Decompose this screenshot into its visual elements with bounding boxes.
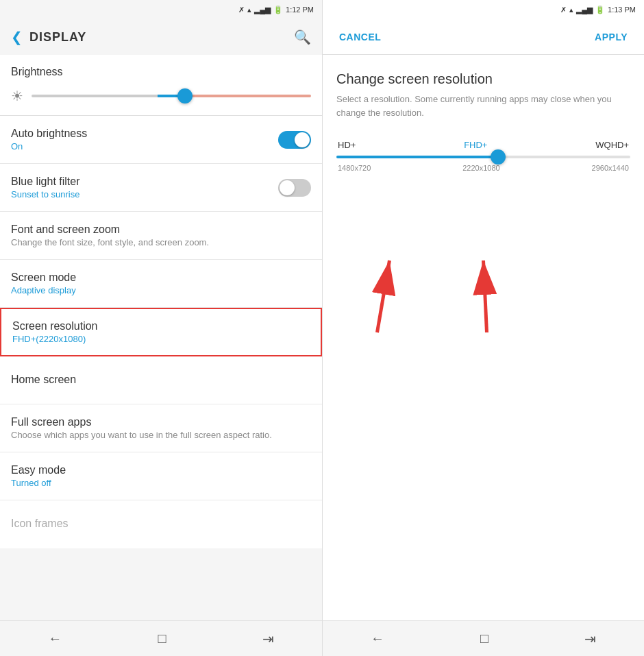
right-bluetooth-icon: ✗ — [560, 5, 567, 14]
settings-item-home-screen-text: Home screen — [11, 374, 311, 387]
settings-item-screen-resolution-text: Screen resolution FHD+(2220x1080) — [12, 320, 310, 344]
right-bottom-nav: ← □ ⇥ — [323, 620, 644, 656]
back-button[interactable]: ❮ — [11, 29, 23, 45]
right-panel: ✗ ▴ ▂▄▆ 🔋 1:13 PM CANCEL APPLY Change sc… — [322, 0, 644, 656]
home-nav-icon[interactable]: □ — [158, 631, 166, 646]
right-back-nav-icon[interactable]: ← — [371, 631, 384, 646]
left-status-icons: ✗ ▴ ▂▄▆ 🔋 1:12 PM — [238, 5, 314, 14]
resolution-track-fill — [336, 156, 498, 158]
fhd-plus-label: FHD+ — [464, 140, 487, 150]
right-battery-icon: 🔋 — [595, 5, 605, 14]
settings-item-auto-brightness[interactable]: Auto brightness On — [0, 116, 322, 164]
settings-item-screen-resolution[interactable]: Screen resolution FHD+(2220x1080) — [0, 308, 322, 356]
settings-list: Auto brightness On Blue light filter Sun… — [0, 116, 322, 620]
recent-nav-icon[interactable]: ⇥ — [262, 631, 274, 647]
settings-item-easy-mode[interactable]: Easy mode Turned off — [0, 452, 322, 500]
auto-brightness-title: Auto brightness — [11, 127, 278, 140]
right-status-icons: ✗ ▴ ▂▄▆ 🔋 1:13 PM — [560, 5, 636, 14]
left-panel: ✗ ▴ ▂▄▆ 🔋 1:12 PM ❮ DISPLAY 🔍 Brightness… — [0, 0, 322, 656]
back-nav-icon[interactable]: ← — [48, 631, 62, 646]
settings-item-home-screen[interactable]: Home screen — [0, 356, 322, 404]
font-zoom-title: Font and screen zoom — [11, 223, 311, 236]
left-top-bar: ❮ DISPLAY 🔍 — [0, 19, 322, 55]
resolution-value-fhd: 2220x1080 — [462, 164, 499, 172]
right-wifi-icon: ▴ — [569, 5, 573, 14]
sun-icon: ☀ — [11, 88, 23, 104]
arrows-annotation — [323, 182, 644, 353]
icon-frames-title: Icon frames — [11, 518, 311, 530]
resolution-value-hd: 1480x720 — [338, 164, 371, 172]
home-screen-title: Home screen — [11, 374, 311, 386]
right-top-bar: CANCEL APPLY — [323, 19, 644, 55]
right-status-bar: ✗ ▴ ▂▄▆ 🔋 1:13 PM — [323, 0, 644, 19]
auto-brightness-toggle[interactable] — [278, 131, 311, 149]
resolution-labels: HD+ FHD+ WQHD+ — [336, 140, 630, 150]
search-icon[interactable]: 🔍 — [294, 29, 311, 45]
page-title: DISPLAY — [29, 30, 86, 45]
font-zoom-desc: Change the font size, font style, and sc… — [11, 237, 311, 247]
easy-mode-title: Easy mode — [11, 464, 311, 476]
cancel-button[interactable]: CANCEL — [339, 32, 381, 42]
screen-resolution-title: Screen resolution — [12, 320, 310, 332]
right-time: 1:13 PM — [608, 5, 636, 14]
right-signal-icon: ▂▄▆ — [576, 5, 593, 14]
svg-line-2 — [377, 260, 390, 332]
toggle-thumb-2 — [280, 180, 295, 195]
settings-item-blue-light-text: Blue light filter Sunset to sunrise — [11, 175, 278, 199]
settings-item-easy-mode-text: Easy mode Turned off — [11, 464, 311, 488]
toggle-thumb — [295, 132, 310, 147]
full-screen-apps-title: Full screen apps — [11, 416, 311, 428]
screen-mode-title: Screen mode — [11, 271, 311, 284]
settings-item-auto-brightness-text: Auto brightness On — [11, 127, 278, 151]
svg-line-3 — [484, 260, 487, 332]
change-screen-resolution-desc: Select a resolution. Some currently runn… — [336, 93, 630, 119]
settings-item-font-zoom-text: Font and screen zoom Change the font siz… — [11, 223, 311, 247]
right-content: Change screen resolution Select a resolu… — [323, 55, 644, 620]
right-home-nav-icon[interactable]: □ — [480, 631, 488, 646]
auto-brightness-subtitle: On — [11, 141, 278, 151]
blue-light-filter-toggle[interactable] — [278, 179, 311, 197]
resolution-values: 1480x720 2220x1080 2960x1440 — [336, 164, 630, 172]
settings-item-icon-frames-text: Icon frames — [11, 518, 311, 531]
settings-item-icon-frames[interactable]: Icon frames — [0, 500, 322, 548]
resolution-thumb[interactable] — [491, 149, 506, 165]
blue-light-filter-subtitle: Sunset to sunrise — [11, 189, 278, 199]
resolution-slider-container[interactable] — [336, 156, 630, 158]
settings-item-full-screen-apps[interactable]: Full screen apps Choose which apps you w… — [0, 404, 322, 452]
wqhd-plus-label: WQHD+ — [595, 140, 629, 150]
wifi-icon: ▴ — [247, 5, 251, 14]
top-bar-left: ❮ DISPLAY — [11, 29, 86, 45]
brightness-slider-row: ☀ — [11, 88, 311, 104]
signal-icon: ▂▄▆ — [254, 5, 271, 14]
blue-light-filter-title: Blue light filter — [11, 175, 278, 188]
brightness-section: Brightness ☀ — [0, 55, 322, 116]
apply-button[interactable]: APPLY — [595, 32, 628, 42]
brightness-thumb[interactable] — [177, 88, 193, 104]
settings-item-full-screen-apps-text: Full screen apps Choose which apps you w… — [11, 416, 311, 440]
brightness-slider[interactable] — [32, 95, 311, 97]
settings-item-font-zoom[interactable]: Font and screen zoom Change the font siz… — [0, 212, 322, 260]
left-time: 1:12 PM — [286, 5, 314, 14]
change-screen-resolution-title: Change screen resolution — [336, 71, 630, 87]
screen-resolution-subtitle: FHD+(2220x1080) — [12, 334, 310, 344]
hd-plus-label: HD+ — [338, 140, 356, 150]
easy-mode-subtitle: Turned off — [11, 478, 311, 488]
bluetooth-icon: ✗ — [238, 5, 245, 14]
battery-icon: 🔋 — [273, 5, 283, 14]
screen-mode-subtitle: Adaptive display — [11, 285, 311, 295]
settings-item-screen-mode[interactable]: Screen mode Adaptive display — [0, 260, 322, 308]
resolution-track — [336, 156, 630, 158]
settings-item-screen-mode-text: Screen mode Adaptive display — [11, 271, 311, 295]
left-status-bar: ✗ ▴ ▂▄▆ 🔋 1:12 PM — [0, 0, 322, 19]
resolution-value-wqhd: 2960x1440 — [592, 164, 629, 172]
right-recent-nav-icon[interactable]: ⇥ — [584, 631, 596, 647]
full-screen-apps-desc: Choose which apps you want to use in the… — [11, 430, 311, 440]
settings-item-blue-light-filter[interactable]: Blue light filter Sunset to sunrise — [0, 164, 322, 212]
brightness-label: Brightness — [11, 66, 311, 78]
left-bottom-nav: ← □ ⇥ — [0, 620, 322, 656]
